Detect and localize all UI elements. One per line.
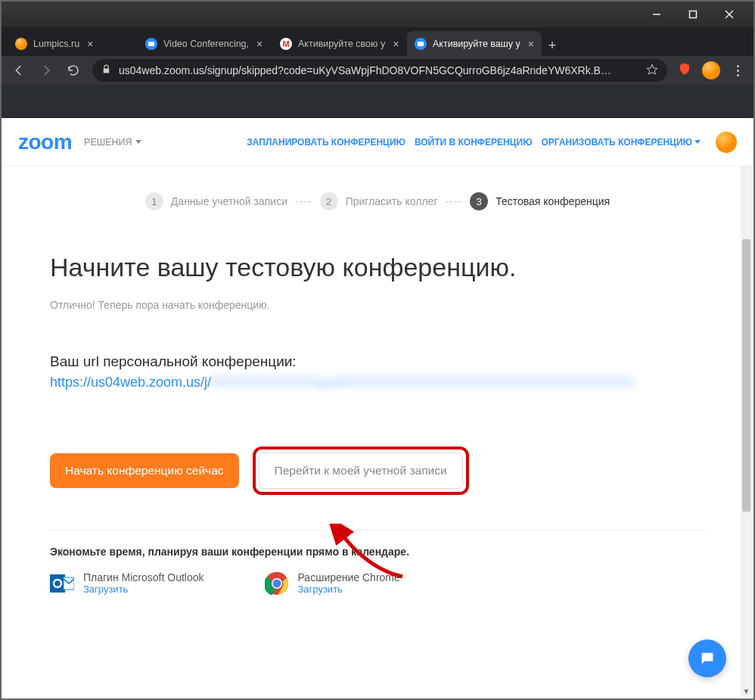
plugin-download-link[interactable]: Загрузить	[83, 583, 204, 595]
personal-url-label: Ваш url персональной конференции:	[50, 353, 705, 370]
solutions-label: РЕШЕНИЯ	[84, 137, 132, 148]
divider	[50, 530, 705, 530]
close-button[interactable]	[719, 5, 740, 24]
new-tab-button[interactable]: +	[542, 35, 563, 56]
address-bar[interactable]: us04web.zoom.us/signup/skipped?code=uKyV…	[92, 59, 667, 82]
step-2: 2 Пригласить коллег	[320, 192, 438, 210]
plugin-title: Расширение Chrome	[298, 571, 400, 583]
tab-zoom-activate[interactable]: Активируйте вашу у ×	[407, 31, 542, 56]
reload-button[interactable]	[65, 62, 82, 79]
step-label: Данные учетной записи	[171, 195, 287, 207]
page-subtitle: Отлично! Теперь пора начать конференцию.	[50, 299, 705, 311]
maximize-button[interactable]	[682, 5, 704, 24]
step-3: 3 Тестовая конференция	[470, 192, 610, 210]
browser-menu-button[interactable]	[731, 64, 744, 77]
tab-zoom-site[interactable]: Video Conferencing, ×	[138, 31, 272, 56]
tab-gmail[interactable]: Активируйте свою у ×	[272, 31, 407, 56]
highlighted-annotation: Перейти к моей учетной записи	[253, 446, 469, 495]
outlook-icon	[50, 571, 74, 596]
tab-close-icon[interactable]: ×	[87, 38, 93, 50]
browser-tabstrip: Lumpics.ru × Video Conferencing, × Актив…	[2, 27, 753, 56]
page-dark-band	[2, 85, 753, 118]
user-avatar[interactable]	[716, 132, 737, 153]
solutions-dropdown[interactable]: РЕШЕНИЯ	[84, 137, 141, 148]
lock-icon	[101, 64, 111, 76]
nav-host-meeting[interactable]: ОРГАНИЗОВАТЬ КОНФЕРЕНЦИЮ	[542, 137, 701, 148]
step-label: Тестовая конференция	[496, 195, 610, 207]
step-separator: ----	[446, 195, 463, 207]
chevron-down-icon	[694, 140, 701, 144]
bookmark-star-icon[interactable]	[646, 64, 658, 78]
go-to-account-button[interactable]: Перейти к моей учетной записи	[259, 453, 463, 489]
step-number: 3	[470, 192, 488, 210]
signup-steps: 1 Данные учетной записи ---- 2 Пригласит…	[2, 166, 753, 230]
url-text: us04web.zoom.us/signup/skipped?code=uKyV…	[119, 64, 638, 76]
svg-rect-1	[690, 11, 697, 18]
favicon-icon	[415, 38, 427, 50]
tab-title: Lumpics.ru	[33, 39, 79, 49]
chat-fab[interactable]	[688, 639, 726, 677]
tab-close-icon[interactable]: ×	[528, 38, 534, 50]
forward-button[interactable]	[38, 62, 54, 79]
tab-close-icon[interactable]: ×	[393, 38, 399, 50]
page-heading: Начните вашу тестовую конференцию.	[50, 253, 705, 282]
svg-point-10	[272, 580, 281, 588]
step-number: 2	[320, 192, 338, 210]
plugin-title: Плагин Microsoft Outlook	[83, 571, 204, 583]
page-content: zoom РЕШЕНИЯ ЗАПЛАНИРОВАТЬ КОНФЕРЕНЦИЮ В…	[2, 118, 753, 698]
back-button[interactable]	[11, 62, 27, 79]
favicon-icon	[145, 38, 157, 50]
browser-urlbar: us04web.zoom.us/signup/skipped?code=uKyV…	[2, 56, 753, 85]
tab-title: Активируйте свою у	[298, 39, 385, 49]
step-separator: ----	[295, 195, 312, 207]
nav-join-meeting[interactable]: ВОЙТИ В КОНФЕРЕНЦИЮ	[415, 137, 533, 148]
personal-url-prefix: https://us04web.zoom.us/j/	[50, 375, 211, 390]
chevron-down-icon	[135, 140, 141, 144]
plugin-chrome: Расширение Chrome Загрузить	[265, 571, 400, 596]
zoom-header: zoom РЕШЕНИЯ ЗАПЛАНИРОВАТЬ КОНФЕРЕНЦИЮ В…	[2, 118, 753, 166]
plugin-download-link[interactable]: Загрузить	[298, 583, 400, 595]
tab-title: Video Conferencing,	[163, 39, 249, 49]
profile-avatar[interactable]	[702, 61, 720, 79]
extension-shield-icon[interactable]	[678, 62, 691, 79]
tab-title: Активируйте вашу у	[433, 39, 520, 49]
step-label: Пригласить коллег	[346, 195, 438, 207]
personal-url[interactable]: https://us04web.zoom.us/j/9XXXXXXXXXXXpw…	[50, 375, 705, 390]
favicon-icon	[15, 38, 27, 50]
zoom-logo[interactable]: zoom	[18, 130, 72, 154]
step-1: 1 Данные учетной записи	[145, 192, 287, 210]
minimize-button[interactable]	[646, 5, 667, 24]
start-meeting-button[interactable]: Начать конференцию сейчас	[50, 453, 239, 488]
personal-url-hidden: 9XXXXXXXXXXXpwdXXXXXXXXXXXXXXXXXXXXXXXXX…	[211, 375, 634, 390]
save-time-text: Экономьте время, планируя ваши конференц…	[50, 546, 705, 558]
step-number: 1	[145, 192, 163, 210]
tab-close-icon[interactable]: ×	[256, 38, 263, 50]
chrome-icon	[265, 571, 289, 596]
svg-rect-5	[50, 574, 65, 593]
tab-lumpics[interactable]: Lumpics.ru ×	[8, 31, 138, 56]
svg-marker-4	[647, 64, 657, 74]
chat-icon	[699, 650, 716, 667]
plugin-outlook: Плагин Microsoft Outlook Загрузить	[50, 571, 204, 596]
window-titlebar	[2, 2, 753, 27]
nav-schedule-meeting[interactable]: ЗАПЛАНИРОВАТЬ КОНФЕРЕНЦИЮ	[247, 137, 405, 148]
favicon-icon	[280, 38, 292, 50]
